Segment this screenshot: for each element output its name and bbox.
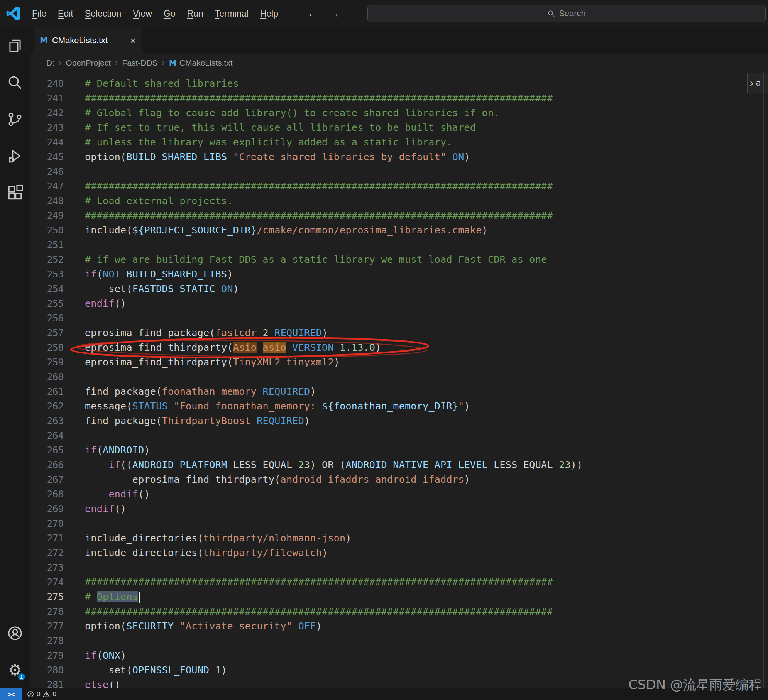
code-line[interactable]: 268 endif() [30,487,768,502]
code-line[interactable]: 274#####################################… [30,575,768,590]
code-line[interactable]: 260 [30,370,768,384]
code-line[interactable]: 272include_directories(thirdparty/filewa… [30,546,768,560]
line-number: 240 [30,76,64,91]
warning-icon [43,691,50,698]
line-number: 250 [30,223,64,238]
tab-bar: M CMakeLists.txt × [30,27,768,54]
code-line[interactable]: 244# unless the library was explicitly a… [30,135,768,150]
problems-indicator[interactable]: 0 0 [27,688,56,700]
code-line[interactable]: 261find_package(foonathan_memory REQUIRE… [30,384,768,399]
search-icon [547,10,555,17]
line-number: 269 [30,502,64,516]
code-line[interactable]: 269endif() [30,502,768,516]
code-line[interactable]: 242# Global flag to cause add_library() … [30,106,768,120]
menu-selection[interactable]: Selection [79,6,127,21]
explorer-icon[interactable] [0,27,30,64]
code-line[interactable]: 258eprosima_find_thirdparty(Asio asio VE… [30,340,768,355]
code-line[interactable]: 266 if((ANDROID_PLATFORM LESS_EQUAL 23) … [30,458,768,472]
line-number: 271 [30,531,64,546]
code-line[interactable]: 267 eprosima_find_thirdparty(android-ifa… [30,472,768,487]
code-line[interactable]: 276#####################################… [30,604,768,619]
search-placeholder: Search [559,8,586,19]
code-line[interactable]: 256 [30,311,768,326]
extensions-icon[interactable] [0,174,30,211]
line-number: 281 [30,678,64,688]
code-line[interactable]: 273 [30,560,768,575]
code-line[interactable]: 263find_package(ThirdpartyBoost REQUIRED… [30,414,768,428]
menu-help[interactable]: Help [254,6,284,21]
source-control-icon[interactable] [0,101,30,137]
code-line[interactable]: 251 [30,238,768,252]
breadcrumb-drive[interactable]: D: [46,58,54,68]
tab-cmakelists[interactable]: M CMakeLists.txt × [34,27,142,54]
code-line[interactable]: 270 [30,516,768,531]
settings-gear-icon[interactable]: ⚙ 1 [0,651,30,688]
forward-arrow-icon[interactable]: → [329,7,340,20]
line-number: 280 [30,663,64,678]
line-number: 253 [30,267,64,282]
line-number: 273 [30,560,64,575]
code-line[interactable]: 262message(STATUS "Found foonathan_memor… [30,399,768,414]
chevron-right-icon: › [59,58,61,68]
code-line[interactable]: 264 [30,428,768,443]
line-number: 241 [30,91,64,106]
code-lines: 239#####################################… [30,72,768,688]
code-line[interactable]: 279if(QNX) [30,648,768,663]
code-line[interactable]: 248# Load external projects. [30,194,768,208]
breadcrumb-fastdds[interactable]: Fast-DDS [122,58,157,68]
code-line[interactable]: 277option(SECURITY "Activate security" O… [30,619,768,634]
search-sidebar-icon[interactable] [0,64,30,101]
tab-close-icon[interactable]: × [130,36,136,46]
code-line[interactable]: 253if(NOT BUILD_SHARED_LIBS) [30,267,768,282]
code-line[interactable]: 252# if we are building Fast DDS as a st… [30,252,768,267]
code-line[interactable]: 247#####################################… [30,179,768,194]
line-number: 254 [30,282,64,296]
editor[interactable]: 239#####################################… [30,72,768,688]
code-line[interactable]: 265if(ANDROID) [30,443,768,458]
warning-count: 0 [52,690,56,698]
code-line[interactable]: 271include_directories(thirdparty/nlohma… [30,531,768,546]
menu-run[interactable]: Run [181,6,209,21]
breadcrumb-openproject[interactable]: OpenProject [66,58,111,68]
settings-badge: 1 [17,673,26,681]
menu-terminal[interactable]: Terminal [209,6,254,21]
code-line[interactable]: 240# Default shared libraries [30,76,768,91]
code-line[interactable]: 250include(${PROJECT_SOURCE_DIR}/cmake/c… [30,223,768,238]
menu-view[interactable]: View [127,6,157,21]
code-line[interactable]: 239#####################################… [30,72,768,76]
code-line[interactable]: 254 set(FASTDDS_STATIC ON) [30,282,768,296]
remote-indicator[interactable]: >< [0,688,22,700]
back-arrow-icon[interactable]: ← [307,7,318,20]
menu-edit[interactable]: Edit [52,6,79,21]
menu-file[interactable]: File [26,6,52,21]
code-line[interactable]: 275# Options [30,590,768,604]
code-line[interactable]: 280 set(OPENSSL_FOUND 1) [30,663,768,678]
code-line[interactable]: 257eprosima_find_package(fastcdr 2 REQUI… [30,326,768,340]
find-widget-collapsed[interactable]: › a [747,73,768,93]
watermark: CSDN @流星雨爱编程 [628,676,762,694]
chevron-right-icon: › [115,58,118,68]
code-line[interactable]: 246 [30,164,768,179]
line-number: 242 [30,106,64,120]
line-number: 257 [30,326,64,340]
menu-go[interactable]: Go [158,6,181,21]
line-number: 259 [30,355,64,370]
line-number: 239 [30,72,64,76]
code-line[interactable]: 255endif() [30,296,768,311]
code-line[interactable]: 278 [30,634,768,648]
code-line[interactable]: 259eprosima_find_thirdparty(TinyXML2 tin… [30,355,768,370]
code-line[interactable]: 243# If set to true, this will cause all… [30,120,768,135]
code-line[interactable]: 245option(BUILD_SHARED_LIBS "Create shar… [30,150,768,164]
line-number: 243 [30,120,64,135]
line-number: 266 [30,458,64,472]
code-line[interactable]: 249#####################################… [30,208,768,223]
line-number: 265 [30,443,64,458]
breadcrumb-file[interactable]: CMakeLists.txt [179,58,233,68]
search-box[interactable]: Search [367,5,766,22]
cmake-file-icon: M [169,59,176,67]
account-icon[interactable] [0,615,30,651]
chevron-expand-icon[interactable]: › [748,77,756,89]
line-number: 277 [30,619,64,634]
run-debug-icon[interactable] [0,137,30,174]
code-line[interactable]: 241#####################################… [30,91,768,106]
